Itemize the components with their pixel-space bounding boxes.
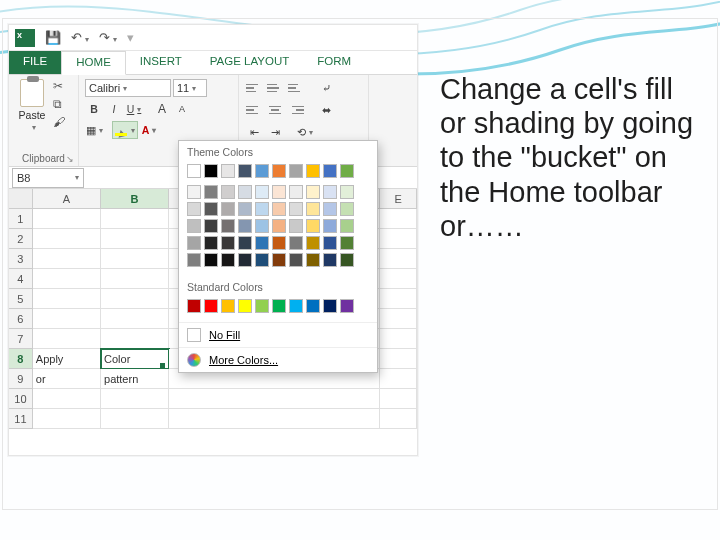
tab-home[interactable]: HOME: [61, 51, 126, 75]
color-swatch[interactable]: [306, 164, 320, 178]
cell[interactable]: [33, 209, 101, 229]
shrink-font-button[interactable]: A: [173, 100, 191, 118]
cell[interactable]: [380, 209, 417, 229]
cell[interactable]: [380, 249, 417, 269]
color-swatch[interactable]: [187, 253, 201, 267]
align-bottom-button[interactable]: [287, 79, 305, 97]
orientation-button[interactable]: ⟲▾: [296, 123, 314, 141]
format-painter-icon[interactable]: 🖌: [53, 115, 69, 129]
cell[interactable]: [33, 269, 101, 289]
cell[interactable]: [33, 249, 101, 269]
color-swatch[interactable]: [221, 185, 235, 199]
color-swatch[interactable]: [255, 164, 269, 178]
color-swatch[interactable]: [306, 236, 320, 250]
color-swatch[interactable]: [272, 299, 286, 313]
color-swatch[interactable]: [306, 219, 320, 233]
tab-formulas[interactable]: FORM: [303, 51, 365, 74]
color-swatch[interactable]: [289, 253, 303, 267]
row-header[interactable]: 11: [9, 409, 33, 429]
color-swatch[interactable]: [340, 299, 354, 313]
align-right-button[interactable]: [287, 101, 305, 119]
row-header[interactable]: 4: [9, 269, 33, 289]
cell[interactable]: [380, 309, 417, 329]
more-colors-item[interactable]: More Colors...: [179, 347, 377, 372]
qat-customize-icon[interactable]: ▾: [127, 30, 134, 45]
wrap-text-button[interactable]: ⤶: [317, 79, 335, 97]
color-swatch[interactable]: [323, 164, 337, 178]
cell[interactable]: [101, 209, 169, 229]
bold-button[interactable]: B: [85, 100, 103, 118]
cell[interactable]: [33, 389, 101, 409]
col-header-b[interactable]: B: [101, 189, 169, 209]
row-header[interactable]: 7: [9, 329, 33, 349]
col-header-a[interactable]: A: [33, 189, 101, 209]
color-swatch[interactable]: [255, 202, 269, 216]
cell[interactable]: Apply: [33, 349, 101, 369]
cell[interactable]: [380, 409, 417, 429]
color-swatch[interactable]: [340, 219, 354, 233]
cell[interactable]: pattern: [101, 369, 169, 389]
color-swatch[interactable]: [187, 185, 201, 199]
color-swatch[interactable]: [255, 253, 269, 267]
italic-button[interactable]: I: [105, 100, 123, 118]
color-swatch[interactable]: [221, 236, 235, 250]
no-fill-item[interactable]: No Fill: [179, 322, 377, 347]
color-swatch[interactable]: [221, 253, 235, 267]
row-header[interactable]: 5: [9, 289, 33, 309]
dialog-launcher-icon[interactable]: ↘: [66, 154, 76, 164]
align-middle-button[interactable]: [266, 79, 284, 97]
color-swatch[interactable]: [289, 299, 303, 313]
color-swatch[interactable]: [238, 253, 252, 267]
tab-file[interactable]: FILE: [9, 51, 61, 74]
tab-insert[interactable]: INSERT: [126, 51, 196, 74]
cell[interactable]: [101, 389, 169, 409]
color-swatch[interactable]: [187, 236, 201, 250]
color-swatch[interactable]: [238, 236, 252, 250]
color-swatch[interactable]: [323, 236, 337, 250]
cell[interactable]: [380, 289, 417, 309]
font-size-combo[interactable]: 11▾: [173, 79, 207, 97]
cell[interactable]: [101, 269, 169, 289]
color-swatch[interactable]: [221, 219, 235, 233]
cell[interactable]: [169, 409, 380, 429]
cell[interactable]: [169, 389, 380, 409]
color-swatch[interactable]: [289, 164, 303, 178]
color-swatch[interactable]: [204, 185, 218, 199]
align-center-button[interactable]: [266, 101, 284, 119]
row-header[interactable]: 9: [9, 369, 33, 389]
cell[interactable]: [380, 329, 417, 349]
borders-button[interactable]: ▦▾: [85, 121, 104, 139]
row-header[interactable]: 10: [9, 389, 33, 409]
color-swatch[interactable]: [255, 299, 269, 313]
color-swatch[interactable]: [255, 185, 269, 199]
align-left-button[interactable]: [245, 101, 263, 119]
cell[interactable]: [33, 289, 101, 309]
select-all-corner[interactable]: [9, 189, 33, 209]
color-swatch[interactable]: [306, 202, 320, 216]
color-swatch[interactable]: [272, 219, 286, 233]
color-swatch[interactable]: [272, 236, 286, 250]
increase-indent-button[interactable]: ⇥: [266, 123, 284, 141]
undo-icon[interactable]: ↶▾: [71, 30, 89, 45]
color-swatch[interactable]: [323, 202, 337, 216]
color-swatch[interactable]: [340, 164, 354, 178]
color-swatch[interactable]: [289, 236, 303, 250]
grow-font-button[interactable]: A: [153, 100, 171, 118]
cell[interactable]: [33, 229, 101, 249]
align-top-button[interactable]: [245, 79, 263, 97]
color-swatch[interactable]: [204, 253, 218, 267]
color-swatch[interactable]: [323, 299, 337, 313]
color-swatch[interactable]: [204, 219, 218, 233]
color-swatch[interactable]: [340, 253, 354, 267]
font-name-combo[interactable]: Calibri▾: [85, 79, 171, 97]
cell[interactable]: [101, 229, 169, 249]
redo-icon[interactable]: ↷▾: [99, 30, 117, 45]
color-swatch[interactable]: [187, 219, 201, 233]
color-swatch[interactable]: [340, 202, 354, 216]
underline-button[interactable]: U▾: [125, 100, 143, 118]
cell[interactable]: Color: [101, 349, 169, 369]
color-swatch[interactable]: [289, 219, 303, 233]
color-swatch[interactable]: [255, 219, 269, 233]
decrease-indent-button[interactable]: ⇤: [245, 123, 263, 141]
color-swatch[interactable]: [340, 185, 354, 199]
